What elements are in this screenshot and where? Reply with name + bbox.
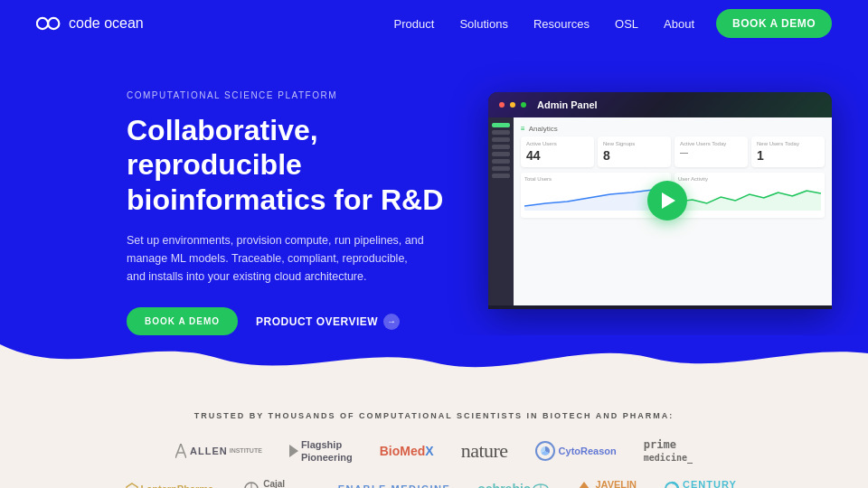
window-minimize-dot — [510, 102, 515, 108]
nav-about[interactable]: About — [664, 17, 694, 31]
chart-label-1: User Activity — [678, 176, 821, 182]
ochrebio-logo: ochrebio — [477, 482, 549, 488]
sidebar-item-7 — [492, 174, 510, 178]
mockup-sidebar — [488, 117, 514, 305]
stats-row: Active Users 44 New Signups 8 Active Use… — [521, 136, 825, 167]
svg-point-0 — [37, 18, 48, 29]
sidebar-item-active — [492, 123, 510, 127]
sidebar-item-6 — [492, 166, 510, 171]
logos-row-1: ALLEN INSTITUTE Flagship Pioneering BioM… — [36, 438, 832, 465]
lanternpharma-logo: LanternPharma. — [126, 483, 217, 488]
nav-book-demo-button[interactable]: BOOK A DEMO — [716, 9, 832, 38]
sidebar-item-3 — [492, 145, 510, 149]
stat-active-users: Active Users 44 — [521, 136, 594, 167]
stat-new-signups: New Signups 8 — [598, 136, 671, 167]
play-button[interactable] — [647, 181, 687, 221]
svg-marker-6 — [127, 483, 137, 488]
cytoreason-logo: CytoReason — [535, 441, 617, 461]
sidebar-item-2 — [492, 137, 510, 142]
window-maximize-dot — [521, 102, 526, 108]
logo-text: code ocean — [69, 15, 144, 32]
stat-label-2: Active Users Today — [680, 141, 742, 146]
stat-active-today: Active Users Today — — [675, 136, 748, 167]
sidebar-item-4 — [492, 152, 510, 156]
logos-row-2: LanternPharma. Cajal Neuroscience ENABLE… — [36, 479, 832, 488]
stat-label-0: Active Users — [526, 141, 589, 146]
mockup-header: Admin Panel — [488, 92, 832, 117]
chart-label-0: Total Users — [524, 176, 667, 182]
stat-value-2: — — [680, 148, 742, 157]
hero-description: Set up environments, provision compute, … — [127, 231, 425, 286]
stat-value-1: 8 — [603, 148, 665, 163]
play-icon[interactable] — [647, 181, 687, 221]
stat-value-0: 44 — [526, 148, 589, 163]
nav-links: Product Solutions Resources OSL About — [394, 17, 694, 31]
stat-new-today: New Users Today 1 — [751, 136, 825, 167]
mockup-title: Admin Panel — [537, 99, 598, 110]
javelin-biotech-logo: JAVELIN BIOTECH — [576, 479, 637, 488]
wave-divider — [0, 335, 868, 389]
nav-product[interactable]: Product — [394, 17, 435, 31]
trusted-label: TRUSTED BY THOUSANDS OF COMPUTATIONAL SC… — [36, 411, 832, 420]
admin-panel-mockup: Admin Panel ≡ Analytics — [488, 92, 832, 309]
stat-value-3: 1 — [757, 148, 819, 163]
prime-medicine-logo: primemedicine_ — [644, 438, 693, 464]
svg-marker-5 — [289, 445, 298, 457]
nav-resources[interactable]: Resources — [533, 17, 590, 31]
century-therapeutics-logo: CENTURY THERAPEUTICS — [664, 479, 742, 488]
nav-osl[interactable]: OSL — [615, 17, 638, 31]
nature-logo: nature — [461, 439, 508, 463]
hero-text: Computational Science Platform Collabora… — [127, 83, 470, 335]
product-overview-button[interactable]: PRODUCT OVERVIEW → — [256, 314, 400, 330]
stat-label-1: New Signups — [603, 141, 665, 146]
sidebar-item-1 — [492, 130, 510, 135]
hero-book-demo-button[interactable]: BOOK A DEMO — [127, 307, 238, 335]
window-close-dot — [499, 102, 505, 108]
logo[interactable]: code ocean — [36, 15, 144, 32]
navigation: code ocean Product Solutions Resources O… — [0, 0, 868, 47]
mockup-breadcrumb: ≡ Analytics — [521, 125, 825, 133]
hero-title: Collaborative, reproducible bioinformati… — [127, 113, 470, 217]
enable-medicine-logo: ENABLE MEDICINE — [338, 483, 451, 488]
hero-section: Computational Science Platform Collabora… — [0, 47, 868, 335]
hero-eyebrow: Computational Science Platform — [127, 90, 470, 100]
allen-institute-logo: ALLEN INSTITUTE — [175, 444, 262, 458]
arrow-right-icon: → — [383, 314, 400, 330]
svg-line-2 — [175, 444, 181, 458]
sidebar-item-5 — [492, 159, 510, 164]
cajal-neuroscience-logo: Cajal Neuroscience — [243, 479, 310, 488]
screen-container: Admin Panel ≡ Analytics — [470, 83, 832, 309]
trusted-section: TRUSTED BY THOUSANDS OF COMPUTATIONAL SC… — [0, 389, 868, 488]
play-triangle-icon — [662, 192, 675, 209]
stat-label-3: New Users Today — [757, 141, 819, 146]
svg-line-3 — [181, 444, 186, 458]
nav-solutions[interactable]: Solutions — [459, 17, 507, 31]
biomed-x-logo: BioMed X — [380, 444, 434, 458]
user-activity-chart: User Activity — [675, 173, 825, 218]
hero-buttons: BOOK A DEMO PRODUCT OVERVIEW → — [127, 307, 470, 335]
svg-point-1 — [48, 18, 59, 29]
flagship-pioneering-logo: Flagship Pioneering — [289, 438, 353, 465]
